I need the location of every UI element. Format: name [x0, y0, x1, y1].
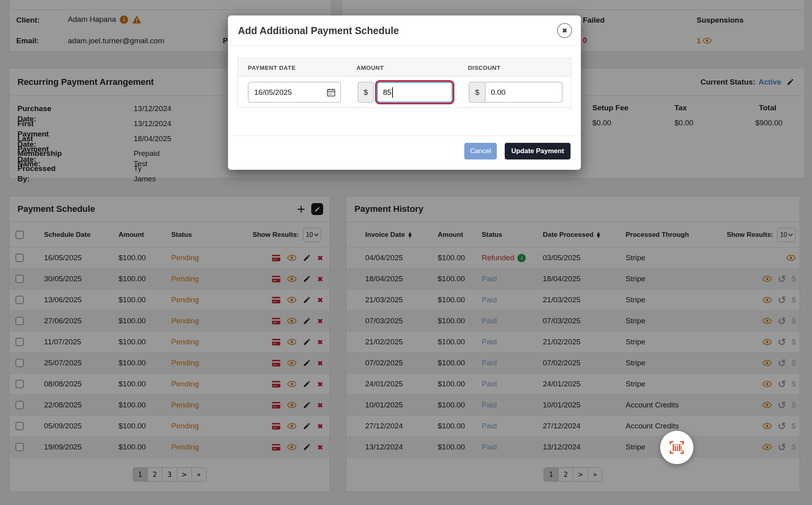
add-payment-modal: Add Additional Payment Schedule ✖ PAYMEN… [228, 15, 581, 170]
payment-date-value: 16/05/2025 [254, 88, 292, 97]
cancel-button[interactable]: Cancel [464, 143, 497, 159]
modal-fields-row: 16/05/2025 $ 85 $ 0.00 [237, 77, 571, 108]
discount-input[interactable]: 0.00 [485, 82, 563, 103]
modal-header: Add Additional Payment Schedule ✖ [228, 15, 581, 46]
payment-date-input[interactable]: 16/05/2025 [248, 82, 341, 103]
payment-date-column-label: PAYMENT DATE [248, 64, 296, 71]
close-icon[interactable]: ✖ [557, 23, 572, 38]
amount-field-group: $ 85 [358, 82, 453, 103]
amount-value: 85 [383, 88, 391, 97]
amount-input[interactable]: 85 [377, 82, 453, 103]
modal-fields-table: PAYMENT DATE AMOUNT DISCOUNT 16/05/2025 … [237, 58, 571, 108]
modal-fields-header: PAYMENT DATE AMOUNT DISCOUNT [237, 58, 571, 77]
modal-title: Add Additional Payment Schedule [238, 25, 399, 36]
barcode-scan-button[interactable] [660, 431, 693, 464]
update-payment-button[interactable]: Update Payment [505, 143, 571, 159]
text-caret [392, 87, 393, 98]
discount-column-label: DISCOUNT [468, 64, 500, 71]
page: Client: Adam Hapana i Email: adam.joel.t… [0, 0, 812, 505]
amount-column-label: AMOUNT [356, 64, 384, 71]
calendar-icon[interactable] [326, 88, 336, 97]
modal-footer: Cancel Update Payment [228, 136, 581, 170]
discount-field-group: $ 0.00 [469, 82, 563, 103]
currency-addon: $ [358, 82, 374, 103]
barcode-icon [668, 439, 686, 456]
currency-addon: $ [469, 82, 485, 103]
